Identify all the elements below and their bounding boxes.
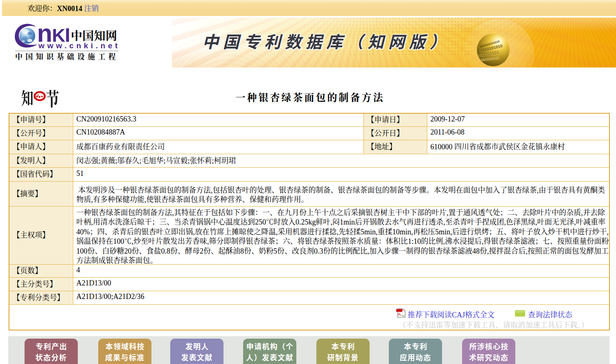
svg-text:www.cnki.net: www.cnki.net: [38, 41, 120, 50]
svg-text:中国知网: 中国知网: [71, 30, 117, 43]
svg-text:中国知识基础设施工程: 中国知识基础设施工程: [15, 53, 119, 61]
